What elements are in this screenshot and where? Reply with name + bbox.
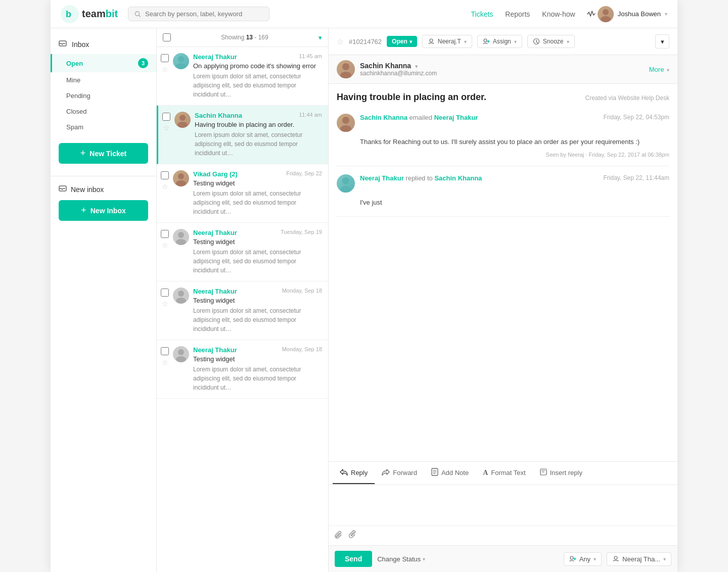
sender-chevron-icon: ▾ [415, 64, 418, 69]
assignee-label: Neeraj.T [438, 38, 461, 45]
sidebar-item-closed[interactable]: Closed [51, 104, 156, 119]
ticket-sender: Vikad Garg (2) [193, 170, 238, 178]
logo: b teambit [61, 5, 118, 23]
created-via-label: Created via Website Help Desk [585, 94, 669, 102]
status-badge[interactable]: Open ▾ [387, 36, 417, 47]
assign-agent-dropdown[interactable]: Neeraj Tha... ▾ [607, 552, 671, 566]
nav-link-tickets[interactable]: Tickets [471, 10, 493, 18]
ticket-item-left: ☆ [161, 346, 169, 366]
send-button[interactable]: Send [335, 551, 372, 567]
user-profile[interactable]: Joshua Bowen ▾ [598, 6, 667, 22]
ticket-preview: Lorem ipsum dolor sit amet, consectetur … [193, 72, 322, 99]
detail-messages: Sachin Khanna emailed Neeraj Thakur Frid… [329, 106, 677, 461]
ticket-preview: Lorem ipsum dolor sit amet, consectetur … [195, 130, 322, 158]
agent-icon [612, 555, 619, 562]
ticket-star[interactable]: ☆ [162, 65, 168, 73]
ticket-checkbox[interactable] [161, 230, 169, 238]
ticket-body: Sachin Khanna 11:44 am Having trouble in… [195, 112, 322, 158]
assign-any-dropdown[interactable]: Any ▾ [564, 552, 602, 566]
sidebar-item-open[interactable]: Open 3 [51, 54, 156, 72]
inbox-icon-2 [59, 184, 67, 194]
tab-forward-label: Forward [393, 469, 417, 476]
ticket-list-items: ☆ Neeraj Thakur 11:45 am On applying pro… [157, 47, 328, 572]
table-row[interactable]: ☆ Neeraj Thakur Monday, Sep 18 Testing w… [157, 340, 328, 399]
ticket-star[interactable]: ☆ [163, 124, 170, 132]
message-sender-name: Neeraj Thakur [360, 174, 404, 182]
message-header: Neeraj Thakur replied to Sachin Khanna F… [337, 174, 669, 193]
tab-reply[interactable]: Reply [333, 462, 375, 484]
star-ticket-button[interactable]: ☆ [337, 37, 344, 46]
ticket-star[interactable]: ☆ [162, 182, 168, 190]
assign-agent-label: Neeraj Tha... [622, 555, 660, 563]
user-dropdown-chevron[interactable]: ▾ [665, 11, 667, 17]
sidebar-item-spam[interactable]: Spam [51, 119, 156, 135]
assignee-dropdown[interactable]: Neeraj.T ▾ [422, 35, 472, 48]
ticket-checkbox[interactable] [162, 113, 170, 121]
more-link[interactable]: More ▾ [649, 66, 669, 73]
table-row[interactable]: ☆ Sachin Khanna 11:44 am Having trouble … [157, 106, 328, 164]
ticket-sender: Neeraj Thakur [193, 53, 237, 61]
ticket-checkbox[interactable] [161, 54, 169, 62]
assign-dropdown[interactable]: Assign ▾ [477, 35, 522, 48]
detail-header: ☆ #10214762 Open ▾ Neeraj.T ▾ [329, 28, 677, 55]
tab-format-text[interactable]: A Format Text [476, 463, 533, 484]
more-chevron-icon: ▾ [667, 67, 669, 73]
ticket-avatar [174, 112, 191, 128]
ticket-star[interactable]: ☆ [162, 300, 168, 308]
reply-editor[interactable] [329, 485, 677, 526]
attachment-icon[interactable] [335, 531, 343, 541]
tab-add-note[interactable]: Add Note [424, 462, 476, 485]
message-body: Thanks for Reaching out to us. I'll sure… [337, 137, 669, 148]
new-inbox-button[interactable]: + New Inbox [59, 200, 148, 221]
ticket-checkbox[interactable] [161, 347, 169, 355]
reply-icon [340, 468, 348, 477]
ticket-item-left: ☆ [162, 112, 170, 132]
select-all-checkbox[interactable] [163, 33, 171, 41]
new-ticket-button[interactable]: + New Ticket [59, 143, 148, 164]
list-item: Neeraj Thakur replied to Sachin Khanna F… [337, 166, 669, 217]
ticket-time: Friday, Sep 22 [286, 170, 322, 176]
nav-link-knowhow[interactable]: Know-how [542, 10, 575, 18]
search-bar[interactable] [128, 7, 269, 21]
more-actions-button[interactable]: ▾ [655, 34, 669, 49]
message-action: replied to [405, 174, 434, 182]
svg-point-25 [340, 125, 351, 132]
svg-point-20 [484, 39, 487, 42]
tab-forward[interactable]: Forward [375, 462, 424, 484]
ticket-time: 11:45 am [299, 53, 322, 59]
inbox-section-title[interactable]: Inbox [51, 34, 156, 54]
sort-icon[interactable]: ▾ [318, 34, 322, 41]
ticket-star[interactable]: ☆ [162, 358, 168, 366]
snooze-icon [533, 38, 540, 45]
table-row[interactable]: ☆ Neeraj Thakur Monday, Sep 18 Testing w… [157, 281, 328, 340]
snooze-dropdown[interactable]: Snooze ▾ [527, 35, 575, 48]
nav-link-reports[interactable]: Reports [505, 10, 530, 18]
tab-insert-reply[interactable]: Insert reply [533, 462, 589, 484]
new-inbox-section-label[interactable]: New inbox [51, 180, 156, 198]
sender-avatar [337, 60, 355, 78]
ticket-checkbox[interactable] [161, 171, 169, 179]
assign-any-chevron-icon: ▾ [594, 556, 596, 562]
table-row[interactable]: ☆ Vikad Garg (2) Friday, Sep 22 Testing … [157, 164, 328, 223]
ticket-body: Neeraj Thakur 11:45 am On applying promo… [193, 53, 322, 99]
ticket-time: Monday, Sep 18 [282, 288, 322, 294]
table-row[interactable]: ☆ Neeraj Thakur 11:45 am On applying pro… [157, 47, 328, 106]
change-status-chevron-icon: ▾ [423, 556, 425, 562]
table-row[interactable]: ☆ Neeraj Thakur Tuesday, Sep 19 Testing … [157, 223, 328, 281]
top-nav: b teambit Tickets Reports Know-how Jos [51, 0, 677, 28]
svg-point-17 [178, 349, 184, 355]
showing-start: 13 [246, 34, 253, 41]
ticket-checkbox[interactable] [161, 289, 169, 297]
activity-icon[interactable] [585, 8, 598, 20]
ticket-star[interactable]: ☆ [162, 241, 168, 249]
search-input[interactable] [145, 10, 263, 18]
sidebar-item-mine[interactable]: Mine [51, 72, 156, 88]
assign-icon [483, 38, 490, 45]
paperclip-icon[interactable] [349, 530, 356, 541]
message-recipient: Neeraj Thakur [434, 114, 478, 121]
more-icon: ▾ [661, 38, 664, 45]
ticket-avatar [173, 288, 189, 304]
avatar [598, 6, 614, 22]
change-status-dropdown[interactable]: Change Status ▾ [377, 555, 425, 563]
sidebar-item-pending[interactable]: Pending [51, 88, 156, 104]
